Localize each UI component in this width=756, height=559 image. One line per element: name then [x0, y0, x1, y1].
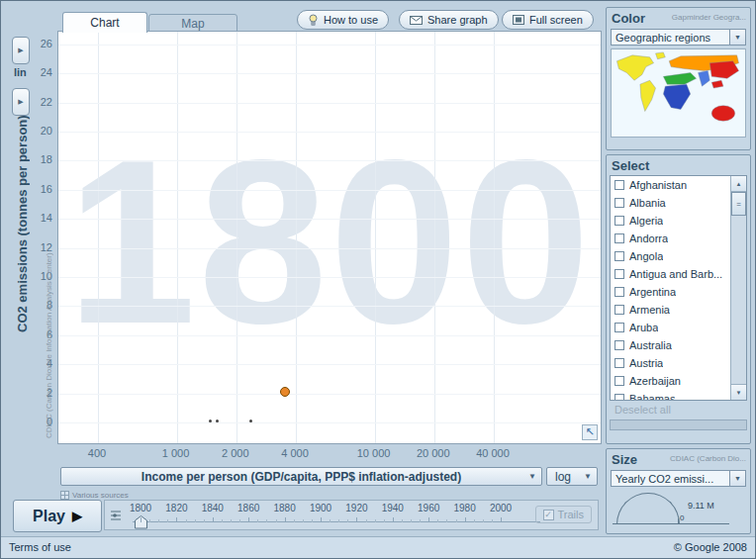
terms-of-use-link[interactable]: Terms of use — [9, 541, 71, 553]
gridline-horizontal — [58, 103, 601, 104]
x-axis-indicator-dropdown[interactable]: Income per person (GDP/capita, PPP$ infl… — [60, 467, 542, 486]
country-row[interactable]: Antigua and Barb... — [611, 265, 746, 283]
size-source-note: CDIAC (Carbon Dio... — [670, 452, 746, 463]
country-list-scrollbar[interactable]: ▲ = ▼ — [730, 176, 746, 400]
deselect-all-button[interactable]: Deselect all — [614, 404, 744, 416]
country-row[interactable]: Andorra — [611, 230, 746, 247]
country-list[interactable]: AfghanistanAlbaniaAlgeriaAndorraAngolaAn… — [610, 175, 747, 401]
country-checkbox[interactable] — [614, 358, 624, 368]
country-label: Afghanistan — [629, 179, 687, 191]
timeline-minor-tick — [456, 519, 457, 522]
footer: Terms of use © Google 2008 — [1, 536, 755, 558]
color-indicator-dropdown[interactable]: Geographic regions ▼ — [611, 29, 746, 46]
data-point[interactable] — [216, 419, 219, 422]
lightbulb-icon — [308, 14, 319, 27]
chevron-down-icon: ▼ — [729, 30, 745, 45]
country-row[interactable]: Armenia — [611, 301, 746, 319]
x-tick-label: 2 000 — [222, 447, 249, 459]
y-axis-upper-button[interactable]: ▶ — [12, 37, 30, 64]
country-label: Angola — [629, 250, 663, 262]
how-to-use-button[interactable]: How to use — [297, 10, 389, 30]
region-australia — [711, 106, 734, 122]
country-row[interactable]: Angola — [611, 247, 746, 265]
trails-checkbox[interactable]: ✓ — [543, 510, 554, 520]
size-panel-title: Size — [612, 452, 637, 467]
tab-chart[interactable]: Chart — [62, 12, 147, 33]
gridline-horizontal — [58, 248, 601, 249]
country-checkbox[interactable] — [614, 287, 624, 297]
trails-toggle[interactable]: ✓ Trails — [535, 506, 592, 523]
timeline-tick — [393, 517, 394, 522]
timeline-options-icon[interactable] — [110, 509, 122, 522]
select-panel-resize-bar[interactable] — [610, 419, 747, 430]
y-scale-indicator[interactable]: lin — [14, 66, 27, 78]
gridline-horizontal — [58, 190, 601, 191]
country-checkbox[interactable] — [614, 394, 624, 401]
data-point[interactable] — [209, 419, 212, 422]
x-tick-label: 4 000 — [281, 447, 309, 459]
country-label: Aruba — [629, 322, 658, 333]
country-checkbox[interactable] — [614, 376, 624, 386]
country-row[interactable]: Algeria — [611, 212, 746, 230]
gridline-horizontal — [58, 364, 601, 365]
play-button[interactable]: Play ▶ — [13, 500, 102, 532]
y-axis-lower-button[interactable]: ▶ — [12, 88, 30, 116]
gridline-horizontal — [58, 306, 601, 307]
region-america — [616, 55, 653, 80]
country-checkbox[interactable] — [614, 198, 624, 208]
resize-arrow-icon[interactable]: ↖ — [582, 424, 598, 440]
country-row[interactable]: Azerbaijan — [611, 372, 746, 390]
plot-area[interactable]: 1800 ↖ — [57, 31, 602, 444]
timeline-minor-tick — [195, 519, 196, 522]
tab-map[interactable]: Map — [148, 14, 237, 32]
region-mena — [663, 72, 696, 84]
full-screen-icon — [513, 15, 524, 25]
timeline-tick — [176, 517, 177, 522]
country-checkbox[interactable] — [614, 180, 624, 190]
country-row[interactable]: Bahamas — [611, 390, 746, 401]
country-checkbox[interactable] — [614, 305, 624, 315]
gridline-vertical — [296, 32, 297, 443]
timeline-minor-tick — [366, 519, 367, 522]
sources-note: Various sources — [60, 491, 129, 500]
country-checkbox[interactable] — [614, 340, 624, 350]
country-checkbox[interactable] — [614, 216, 624, 226]
timeline-minor-tick — [294, 519, 295, 522]
how-to-use-label: How to use — [324, 14, 378, 26]
country-checkbox[interactable] — [614, 251, 624, 261]
country-checkbox[interactable] — [614, 323, 624, 332]
data-point[interactable] — [280, 387, 290, 397]
country-row[interactable]: Albania — [611, 194, 746, 212]
size-legend: 9.11 M 0 — [613, 489, 744, 526]
timeline-tick — [248, 517, 249, 522]
timeline-minor-tick — [375, 519, 376, 522]
scroll-down-icon[interactable]: ▼ — [731, 384, 746, 400]
x-axis-ticks: 4001 0002 0004 00010 00020 00040 000 — [57, 447, 602, 461]
gridline-horizontal — [58, 219, 601, 220]
full-screen-button[interactable]: Full screen — [502, 10, 594, 30]
world-map-legend[interactable] — [611, 48, 746, 138]
country-row[interactable]: Austria — [611, 354, 746, 372]
country-row[interactable]: Aruba — [611, 319, 746, 336]
y-tick-label: 26 — [41, 38, 52, 49]
scroll-up-icon[interactable]: ▲ — [731, 176, 746, 192]
country-row[interactable]: Australia — [611, 336, 746, 354]
scrollbar-thumb[interactable]: = — [731, 192, 746, 216]
country-row[interactable]: Argentina — [611, 283, 746, 301]
country-checkbox[interactable] — [614, 233, 624, 243]
timeline-tick — [321, 517, 322, 522]
timeline-minor-tick — [411, 519, 412, 522]
color-panel: Color Gapminder Geogra... Geographic reg… — [606, 7, 751, 150]
country-row[interactable]: Afghanistan — [611, 176, 746, 194]
country-label: Antigua and Barb... — [629, 268, 722, 280]
share-graph-button[interactable]: Share graph — [399, 10, 499, 30]
country-label: Azerbaijan — [629, 375, 681, 387]
size-indicator-dropdown[interactable]: Yearly CO2 emissi... ▼ — [611, 470, 746, 487]
x-scale-dropdown[interactable]: log ▼ — [546, 467, 598, 486]
country-label: Australia — [629, 339, 672, 351]
region-se-asia — [711, 80, 723, 88]
timeline-minor-tick — [437, 519, 438, 522]
timeline-track[interactable]: ✓ Trails 1800182018401860188019001920194… — [104, 500, 599, 530]
y-axis-source-note: CDIAC (Carbon Dioxide Information Analys… — [45, 248, 53, 438]
country-checkbox[interactable] — [614, 269, 624, 279]
